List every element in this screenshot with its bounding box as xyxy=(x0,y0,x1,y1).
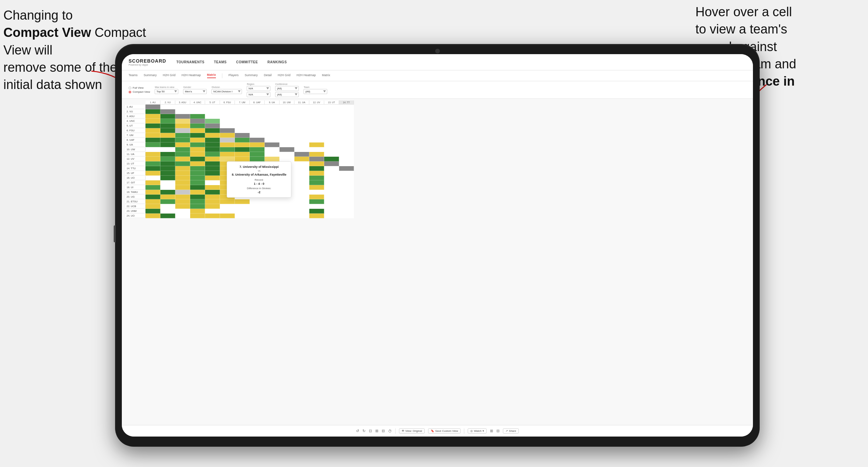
cell-8-2[interactable] xyxy=(160,138,175,142)
cell-15-12[interactable] xyxy=(309,171,324,176)
cell-3-10[interactable] xyxy=(280,114,294,119)
cell-10-5[interactable] xyxy=(205,147,220,152)
cell-5-14[interactable] xyxy=(339,124,354,128)
cell-19-2[interactable] xyxy=(160,190,175,195)
cell-21-5[interactable] xyxy=(205,199,220,204)
cell-5-10[interactable] xyxy=(280,124,294,128)
cell-12-7[interactable] xyxy=(235,157,250,161)
subnav-h2h-grid-left[interactable]: H2H Grid xyxy=(163,73,176,78)
cell-15-13[interactable] xyxy=(324,171,339,176)
cell-10-1[interactable] xyxy=(146,147,160,152)
subnav-h2h-heatmap-left[interactable]: H2H Heatmap xyxy=(182,73,201,78)
cell-11-2[interactable] xyxy=(160,152,175,157)
cell-4-6[interactable] xyxy=(220,119,235,124)
cell-9-1[interactable] xyxy=(146,142,160,147)
cell-6-10[interactable] xyxy=(280,128,294,133)
cell-1-3[interactable] xyxy=(175,105,190,109)
cell-22-13[interactable] xyxy=(324,204,339,209)
cell-14-11[interactable] xyxy=(294,166,309,171)
cell-4-1[interactable] xyxy=(146,119,160,124)
cell-3-4[interactable] xyxy=(190,114,205,119)
cell-13-11[interactable] xyxy=(294,161,309,166)
cell-21-10[interactable] xyxy=(280,199,294,204)
cell-3-12[interactable] xyxy=(309,114,324,119)
team-select[interactable]: (All) xyxy=(304,89,327,94)
cell-18-3[interactable] xyxy=(175,185,190,190)
layout-icon[interactable]: ⊞ xyxy=(490,429,493,433)
cell-18-2[interactable] xyxy=(160,185,175,190)
cell-17-1[interactable] xyxy=(146,180,160,185)
cell-4-9[interactable] xyxy=(265,119,280,124)
cell-17-11[interactable] xyxy=(294,180,309,185)
cell-17-14[interactable] xyxy=(339,180,354,185)
cell-6-1[interactable] xyxy=(146,128,160,133)
cell-2-14[interactable] xyxy=(339,109,354,114)
division-select[interactable]: NCAA Division I xyxy=(212,89,242,94)
cell-15-14[interactable] xyxy=(339,171,354,176)
cell-3-3[interactable] xyxy=(175,114,190,119)
cell-23-10[interactable] xyxy=(280,209,294,214)
cell-9-9[interactable] xyxy=(265,142,280,147)
cell-12-12[interactable] xyxy=(309,157,324,161)
gender-select[interactable]: Men's xyxy=(183,89,207,94)
cell-8-8[interactable] xyxy=(250,138,265,142)
cell-13-13[interactable] xyxy=(324,161,339,166)
matrix-area[interactable]: 1. AU 2. VU 3. ASU 4. UNC 5. UT 6. FSU 7… xyxy=(122,99,753,425)
cell-9-4[interactable] xyxy=(190,142,205,147)
compact-view-radio[interactable]: Compact View xyxy=(129,90,150,93)
cell-2-1[interactable] xyxy=(146,109,160,114)
cell-11-4[interactable] xyxy=(190,152,205,157)
cell-15-1[interactable] xyxy=(146,171,160,176)
cell-6-3[interactable] xyxy=(175,128,190,133)
subnav-h2h-heatmap-right[interactable]: H2H Heatmap xyxy=(296,73,316,78)
cell-3-5[interactable] xyxy=(205,114,220,119)
subnav-h2h-grid-right[interactable]: H2H Grid xyxy=(278,73,291,78)
cell-10-13[interactable] xyxy=(324,147,339,152)
cell-7-11[interactable] xyxy=(294,133,309,138)
cell-17-3[interactable] xyxy=(175,180,190,185)
cell-10-4[interactable] xyxy=(190,147,205,152)
cell-21-9[interactable] xyxy=(265,199,280,204)
cell-23-12[interactable] xyxy=(309,209,324,214)
cell-7-4[interactable] xyxy=(190,133,205,138)
cell-2-10[interactable] xyxy=(280,109,294,114)
cell-11-10[interactable] xyxy=(280,152,294,157)
cell-8-9[interactable] xyxy=(265,138,280,142)
cell-20-11[interactable] xyxy=(294,195,309,199)
cell-23-4[interactable] xyxy=(190,209,205,214)
cell-3-14[interactable] xyxy=(339,114,354,119)
cell-14-1[interactable] xyxy=(146,166,160,171)
cell-22-4[interactable] xyxy=(190,204,205,209)
cell-7-9[interactable] xyxy=(265,133,280,138)
cell-5-3[interactable] xyxy=(175,124,190,128)
cell-18-4[interactable] xyxy=(190,185,205,190)
cell-9-7[interactable] xyxy=(235,142,250,147)
cell-9-13[interactable] xyxy=(324,142,339,147)
cell-11-14[interactable] xyxy=(339,152,354,157)
cell-19-3[interactable] xyxy=(175,190,190,195)
cell-4-4[interactable] xyxy=(190,119,205,124)
cell-5-2[interactable] xyxy=(160,124,175,128)
cell-20-12[interactable] xyxy=(309,195,324,199)
cell-24-8[interactable] xyxy=(250,214,265,218)
cell-12-9[interactable] xyxy=(265,157,280,161)
cell-22-10[interactable] xyxy=(280,204,294,209)
cell-2-13[interactable] xyxy=(324,109,339,114)
region-select2[interactable]: N/A xyxy=(247,92,270,97)
cell-8-4[interactable] xyxy=(190,138,205,142)
cell-3-2[interactable] xyxy=(160,114,175,119)
cell-7-10[interactable] xyxy=(280,133,294,138)
cell-6-2[interactable] xyxy=(160,128,175,133)
cell-17-12[interactable] xyxy=(309,180,324,185)
cell-16-4[interactable] xyxy=(190,176,205,180)
cell-1-1[interactable] xyxy=(146,105,160,109)
share-button[interactable]: ↗ Share xyxy=(503,428,519,433)
cell-7-1[interactable] xyxy=(146,133,160,138)
cell-4-3[interactable] xyxy=(175,119,190,124)
cell-11-7[interactable] xyxy=(235,152,250,157)
cell-11-9[interactable] xyxy=(265,152,280,157)
cell-16-3[interactable] xyxy=(175,176,190,180)
cell-18-13[interactable] xyxy=(324,185,339,190)
cell-9-12[interactable] xyxy=(309,142,324,147)
zoom-fit-icon[interactable]: ⊞ xyxy=(375,429,378,433)
